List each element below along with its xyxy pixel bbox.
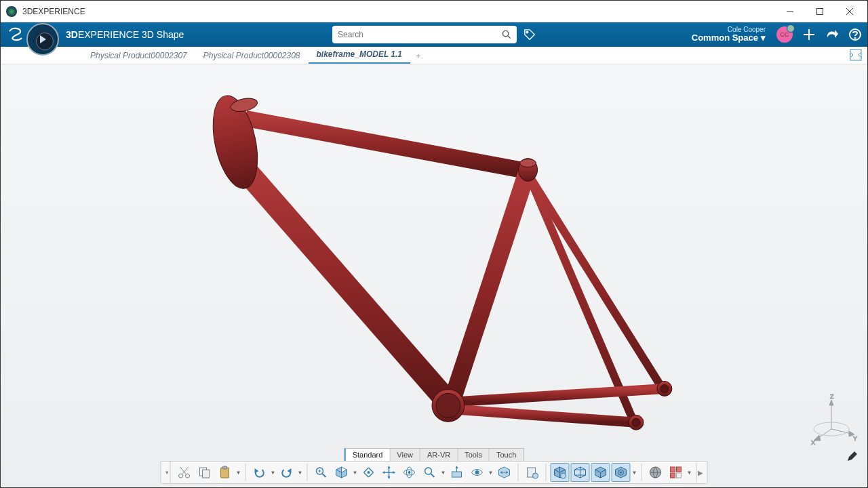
svg-rect-73 [671,467,675,472]
grid-button[interactable] [667,463,686,482]
tab-product-2308[interactable]: Physical Product00002308 [195,48,309,64]
svg-line-16 [245,119,528,171]
share-icon[interactable] [825,28,839,41]
toolbar-more[interactable]: ▶ [696,463,705,482]
svg-point-51 [368,471,370,474]
toolbar-collapse[interactable]: ▾ [164,462,171,483]
shading-button[interactable] [551,463,570,482]
svg-line-5 [508,36,511,39]
redo-dropdown[interactable]: ▼ [298,470,303,476]
context-tab-tools[interactable]: Tools [458,448,490,461]
redo-button[interactable] [277,463,296,482]
svg-marker-53 [388,476,391,479]
edges-button[interactable] [591,463,610,482]
svg-line-60 [431,474,435,477]
help-icon[interactable] [848,28,862,41]
paste-dropdown[interactable]: ▼ [236,470,241,476]
pan-button[interactable] [380,463,399,482]
ds-logo-icon[interactable] [6,25,25,44]
context-tabs: Standard View AR-VR Tools Touch [344,448,524,461]
grid-dropdown[interactable]: ▼ [687,470,692,476]
svg-marker-31 [829,400,833,405]
perspective-button[interactable] [612,463,631,482]
cut-button[interactable] [175,463,194,482]
collapse-tree-icon[interactable] [850,49,862,61]
svg-point-28 [660,384,669,392]
context-tab-standard[interactable]: Standard [344,448,391,461]
header-bar: 3DEXPERIENCE 3D Shape Cole Cooper Common… [1,22,867,47]
svg-point-4 [502,30,508,36]
search-icon[interactable] [502,30,511,39]
perspective-dropdown[interactable]: ▼ [632,470,637,476]
undo-button[interactable] [250,463,269,482]
tag-icon[interactable] [524,28,536,41]
normal-button[interactable] [448,463,467,482]
svg-line-15 [448,409,636,422]
axis-z-label: Z [830,393,834,400]
svg-rect-1 [817,8,823,14]
user-block[interactable]: Cole Cooper Common Space▾ [692,26,767,43]
bike-frame-model[interactable] [1,64,867,487]
copy-button[interactable] [195,463,214,482]
view-cube-button[interactable] [332,463,351,482]
svg-rect-11 [850,49,861,60]
hide-show-button[interactable] [468,463,487,482]
tab-bikeframe[interactable]: bikeframe_MODEL 1.1 [309,47,411,64]
svg-line-12 [528,174,663,388]
search-box[interactable] [332,26,517,43]
svg-point-64 [475,470,479,474]
add-icon[interactable] [802,28,816,41]
svg-point-10 [855,37,856,38]
search-input[interactable] [338,30,502,39]
viewport-3d[interactable]: Z Y X Standard View AR-VR Tools Touch ▾ … [1,64,867,487]
maximize-button[interactable] [805,1,835,22]
avatar[interactable]: CC [776,26,793,43]
svg-marker-45 [255,468,259,473]
svg-line-13 [528,174,634,422]
svg-point-29 [632,418,640,426]
window-controls [775,1,865,22]
paste-button[interactable] [216,463,235,482]
center-button[interactable] [359,463,378,482]
zoom-fit-button[interactable] [312,463,331,482]
context-tab-arvr[interactable]: AR-VR [420,448,458,461]
svg-rect-75 [671,473,675,478]
svg-point-59 [425,468,432,474]
svg-point-6 [526,31,528,33]
svg-point-71 [620,472,622,474]
titlebar: 3DEXPERIENCE [1,1,867,22]
globe-button[interactable] [646,463,665,482]
minimize-button[interactable] [775,1,805,22]
chevron-down-icon: ▾ [761,33,766,43]
axis-x-label: X [811,439,815,446]
compass-widget[interactable] [26,23,59,56]
svg-marker-46 [288,468,292,473]
look-button[interactable] [420,463,439,482]
context-tab-view[interactable]: View [390,448,420,461]
svg-marker-54 [382,471,385,474]
layers-button[interactable] [523,463,542,482]
document-tabs: Physical Product00002307 Physical Produc… [1,47,867,64]
app-icon [6,6,17,17]
rotate-button[interactable] [400,463,419,482]
context-tab-touch[interactable]: Touch [490,448,524,461]
svg-rect-42 [203,470,210,478]
svg-point-25 [436,393,460,418]
axis-triad[interactable]: Z Y X [804,392,859,446]
look-dropdown[interactable]: ▼ [441,470,446,476]
svg-point-68 [533,473,538,479]
wireframe-button[interactable] [571,463,590,482]
undo-dropdown[interactable]: ▼ [271,470,276,476]
close-button[interactable] [835,1,865,22]
axis-y-label: Y [853,435,857,442]
svg-rect-76 [677,473,682,478]
swap-button[interactable] [495,463,514,482]
svg-rect-44 [223,466,227,469]
view-cube-dropdown[interactable]: ▼ [353,470,358,476]
bottom-toolbar: ▾ ▼ ▼ ▼ ▼ ▼ ▼ ▼ ▼ ▶ [161,461,708,484]
tab-product-2307[interactable]: Physical Product00002307 [82,48,195,64]
window-title: 3DEXPERIENCE [22,7,85,16]
svg-line-14 [448,388,665,402]
hide-show-dropdown[interactable]: ▼ [488,470,494,476]
add-tab-button[interactable]: + [410,48,427,64]
